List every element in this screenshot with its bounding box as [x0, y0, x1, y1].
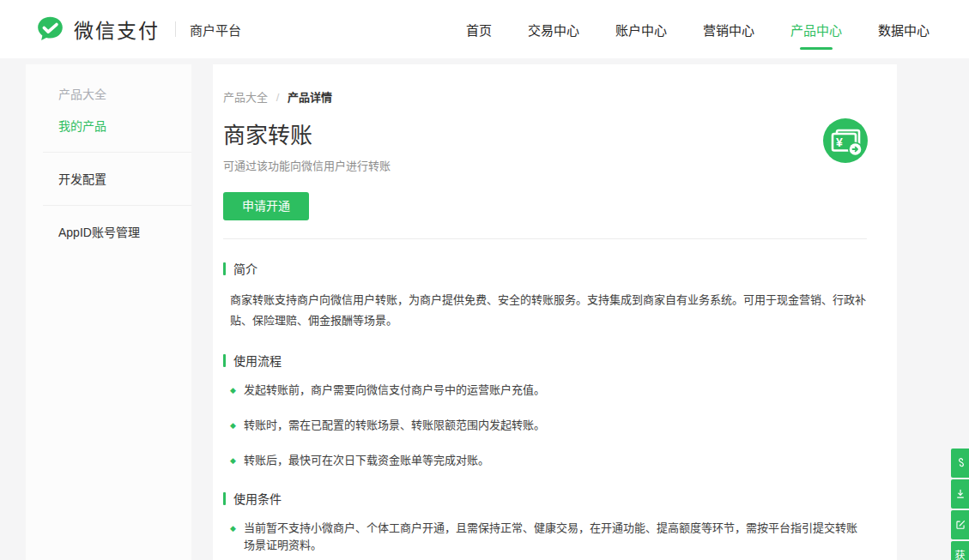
section-title-bar — [223, 492, 226, 505]
sidebar: 产品大全我的产品开发配置AppID账号管理 — [26, 64, 191, 560]
section-title-text: 使用流程 — [233, 352, 282, 369]
bullet-text: 当前暂不支持小微商户、个体工商户开通，且需保持正常、健康交易，在开通功能、提高额… — [244, 520, 867, 554]
sidebar-item-all-products[interactable]: 产品大全 — [26, 88, 191, 101]
section-body: ◆发起转账前，商户需要向微信支付商户号中的运营账户充值。◆转账时，需在已配置的转… — [223, 382, 867, 469]
download-icon — [954, 488, 966, 500]
bullet-text: 转账时，需在已配置的转账场景、转账限额范围内发起转账。 — [244, 417, 545, 434]
sidebar-item-dev-config[interactable]: 开发配置 — [26, 173, 191, 186]
section-usage-condition: 使用条件◆当前暂不支持小微商户、个体工商户开通，且需保持正常、健康交易，在开通功… — [223, 490, 867, 554]
merchant-transfer-icon: ¥ — [822, 117, 869, 164]
currency-symbol: ¥ — [836, 135, 843, 149]
section-body: ◆当前暂不支持小微商户、个体工商户开通，且需保持正常、健康交易，在开通功能、提高… — [223, 520, 867, 554]
diamond-bullet-icon: ◆ — [230, 382, 236, 399]
sidebar-divider — [43, 152, 191, 153]
page-title: 商家转账 — [223, 117, 867, 149]
top-header: 微信支付 商户平台 首页交易中心账户中心营销中心产品中心数据中心 — [0, 0, 969, 58]
float-button-feedback[interactable] — [951, 510, 969, 539]
bullet-text: 转账后，最快可在次日下载资金账单等完成对账。 — [244, 452, 489, 469]
platform-label: 商户平台 — [190, 21, 241, 39]
section-body: 商家转账支持商户向微信用户转账，为商户提供免费、安全的转账服务。支持集成到商家自… — [223, 290, 867, 331]
nav-item-home[interactable]: 首页 — [466, 0, 492, 61]
sidebar-divider — [43, 205, 191, 206]
diamond-bullet-icon: ◆ — [230, 520, 236, 554]
breadcrumb-parent[interactable]: 产品大全 — [223, 91, 268, 104]
content-area: 产品大全我的产品开发配置AppID账号管理 产品大全 / 产品详情 商家转账 可… — [0, 58, 969, 560]
nav-item-product[interactable]: 产品中心 — [790, 0, 842, 61]
float-button-help[interactable]: 获 — [951, 541, 969, 560]
sidebar-item-my-products[interactable]: 我的产品 — [26, 120, 191, 133]
bullet-item: ◆转账时，需在已配置的转账场景、转账限额范围内发起转账。 — [230, 417, 867, 434]
header-content-divider — [223, 238, 867, 239]
float-button-label: 获 — [954, 551, 965, 560]
brand-separator — [175, 21, 176, 37]
wechat-pay-logo-icon — [34, 14, 66, 45]
diamond-bullet-icon: ◆ — [230, 452, 236, 469]
section-title: 使用条件 — [223, 490, 867, 507]
nav-item-data[interactable]: 数据中心 — [878, 0, 930, 61]
bullet-item: ◆当前暂不支持小微商户、个体工商户开通，且需保持正常、健康交易，在开通功能、提高… — [230, 520, 867, 554]
apply-open-button[interactable]: 申请开通 — [223, 192, 309, 220]
float-button-hook[interactable] — [951, 449, 969, 478]
bullet-text: 发起转账前，商户需要向微信支付商户号中的运营账户充值。 — [244, 382, 545, 399]
nav-item-marketing[interactable]: 营销中心 — [703, 0, 754, 61]
breadcrumb-current: 产品详情 — [288, 91, 332, 104]
section-intro: 简介商家转账支持商户向微信用户转账，为商户提供免费、安全的转账服务。支持集成到商… — [223, 260, 867, 331]
main-nav: 首页交易中心账户中心营销中心产品中心数据中心 — [466, 0, 930, 61]
section-title: 使用流程 — [223, 352, 867, 369]
product-subtitle: 可通过该功能向微信用户进行转账 — [223, 157, 867, 173]
brand-name: 微信支付 — [74, 15, 160, 44]
section-paragraph: 商家转账支持商户向微信用户转账，为商户提供免费、安全的转账服务。支持集成到商家自… — [230, 290, 867, 331]
section-title-text: 简介 — [233, 260, 257, 277]
section-usage-flow: 使用流程◆发起转账前，商户需要向微信支付商户号中的运营账户充值。◆转账时，需在已… — [223, 352, 867, 469]
sections-container: 简介商家转账支持商户向微信用户转账，为商户提供免费、安全的转账服务。支持集成到商… — [223, 260, 867, 554]
section-title: 简介 — [223, 260, 867, 277]
floating-toolbar: 获 — [951, 449, 969, 560]
breadcrumb-separator: / — [276, 91, 280, 104]
section-title-bar — [223, 354, 226, 367]
diamond-bullet-icon: ◆ — [230, 417, 236, 434]
bullet-list: ◆当前暂不支持小微商户、个体工商户开通，且需保持正常、健康交易，在开通功能、提高… — [230, 520, 867, 554]
bullet-list: ◆发起转账前，商户需要向微信支付商户号中的运营账户充值。◆转账时，需在已配置的转… — [230, 382, 867, 469]
brand: 微信支付 商户平台 — [34, 14, 241, 45]
sidebar-item-appid-manage[interactable]: AppID账号管理 — [26, 226, 191, 239]
nav-item-trade[interactable]: 交易中心 — [528, 0, 579, 61]
edit-icon — [954, 519, 966, 531]
float-button-download[interactable] — [951, 479, 969, 509]
bullet-item: ◆转账后，最快可在次日下载资金账单等完成对账。 — [230, 452, 867, 469]
breadcrumb: 产品大全 / 产品详情 — [223, 88, 867, 105]
nav-item-account[interactable]: 账户中心 — [615, 0, 667, 61]
section-title-text: 使用条件 — [233, 490, 282, 507]
product-detail-panel: 产品大全 / 产品详情 商家转账 可通过该功能向微信用户进行转账 申请开通 ¥ … — [213, 64, 897, 560]
bullet-item: ◆发起转账前，商户需要向微信支付商户号中的运营账户充值。 — [230, 382, 867, 399]
section-title-bar — [223, 262, 226, 275]
sidebar-list: 产品大全我的产品开发配置AppID账号管理 — [26, 88, 191, 239]
s-hook-icon — [954, 457, 966, 469]
